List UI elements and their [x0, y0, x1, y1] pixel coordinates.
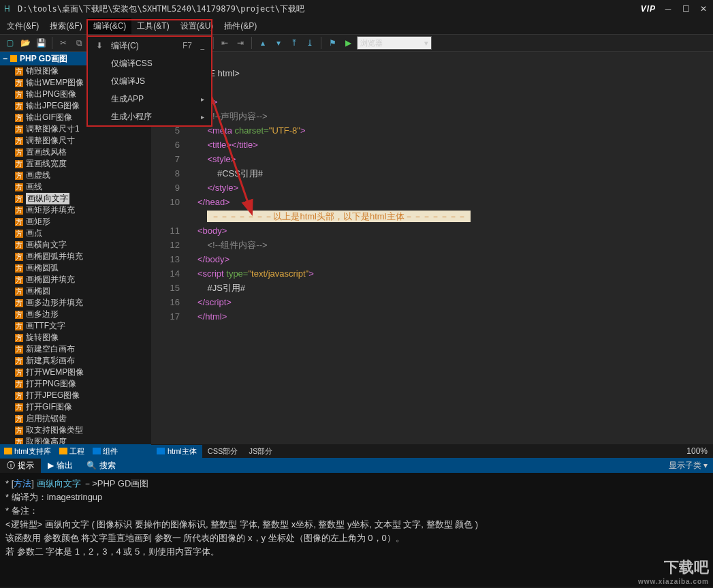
dropdown-gen-app[interactable]: 生成APP ▸ [88, 90, 211, 108]
copy-icon[interactable]: ⧉ [72, 36, 86, 50]
dropdown-compile[interactable]: ⬇ 编译(C) F7 _ [88, 37, 211, 55]
new-icon[interactable]: ▢ [3, 36, 16, 50]
tree-item[interactable]: 方旋转图像 [15, 332, 151, 343]
dropdown-gen-miniprog[interactable]: 生成小程序 ▸ [88, 108, 211, 125]
tree-item[interactable]: 方打开PNG图像 [15, 378, 151, 390]
menu-compile[interactable]: 编译(&C) [88, 18, 132, 34]
method-icon: 方 [15, 322, 23, 330]
tree-item[interactable]: 方画矩形 [15, 216, 151, 228]
browser-select[interactable]: 浏览器 ▾ [357, 36, 432, 50]
dropdown-compile-js[interactable]: 仅编译JS [88, 72, 211, 90]
tree-header-label: PHP GD画图 [20, 53, 67, 65]
etab-js[interactable]: JS部分 [243, 445, 278, 458]
menu-settings[interactable]: 设置(&U) [175, 18, 219, 34]
tree-item-label: 画横向文字 [26, 239, 67, 251]
tab-project[interactable]: 工程 [55, 445, 89, 458]
submenu-arrow-icon: ▸ [201, 113, 204, 121]
method-icon: 方 [15, 276, 23, 284]
method-icon: 方 [15, 172, 23, 180]
titlebar: H D:\tools\桌面\下载吧\安装包\SXHTML5240\1417987… [0, 0, 713, 18]
tree-item[interactable]: 方画TTF文字 [15, 320, 151, 332]
etab-css[interactable]: CSS部分 [202, 445, 244, 458]
show-subclass-button[interactable]: 显示子类▾ [663, 459, 713, 473]
tree-item[interactable]: 方取图像高度 [15, 436, 151, 444]
tree-item[interactable]: 方置画线风格 [15, 146, 151, 158]
menu-file[interactable]: 文件(&F) [1, 18, 44, 34]
otab-output[interactable]: ▶输出 [41, 459, 80, 473]
method-icon: 方 [15, 137, 23, 145]
otab-search[interactable]: 🔍搜索 [80, 459, 123, 473]
save-icon[interactable]: 💾 [34, 36, 48, 50]
tree-item[interactable]: 方画椭圆弧 [15, 262, 151, 274]
compile-dropdown: ⬇ 编译(C) F7 _ 仅编译CSS 仅编译JS 生成APP ▸ 生成小程序 … [86, 35, 212, 127]
down1-icon[interactable]: ▾ [272, 36, 285, 50]
menu-plugins[interactable]: 插件(&P) [219, 18, 262, 34]
method-icon: 方 [15, 149, 23, 157]
indent-icon[interactable]: ⇥ [234, 36, 247, 50]
tree-item[interactable]: 方取支持图像类型 [15, 424, 151, 436]
menu-search[interactable]: 搜索(&F) [44, 18, 87, 34]
up2-icon[interactable]: ⤒ [287, 36, 301, 50]
tree-item[interactable]: 方打开JPEG图像 [15, 390, 151, 401]
tree-item[interactable]: 方新建空白画布 [15, 343, 151, 355]
outdent-icon[interactable]: ⇤ [218, 36, 232, 50]
tree-item[interactable]: 方画椭圆并填充 [15, 274, 151, 285]
compile-menu-icon: ⬇ [96, 41, 107, 50]
tree-item[interactable]: 方画椭圆 [15, 285, 151, 297]
tree-item[interactable]: 方打开WEMP图像 [15, 367, 151, 378]
tree-item-label: 置画线宽度 [26, 158, 67, 170]
method-icon: 方 [15, 392, 23, 400]
tree-item[interactable]: 方画多边形并填充 [15, 297, 151, 309]
minimize-button[interactable]: ─ [663, 3, 674, 14]
tree-item[interactable]: 方画横向文字 [15, 239, 151, 251]
method-icon: 方 [15, 253, 23, 261]
maximize-button[interactable]: ☐ [680, 3, 691, 14]
tree-item-label: 输出PNG图像 [26, 89, 76, 100]
app-icon: H [4, 4, 14, 14]
open-icon[interactable]: 📂 [18, 36, 32, 50]
output-icon: ▶ [48, 461, 54, 470]
method-icon: 方 [15, 114, 23, 122]
method-icon: 方 [15, 403, 23, 412]
tree-item-label: 新建真彩画布 [26, 355, 75, 367]
tree-item[interactable]: 方调整图像尺寸 [15, 135, 151, 146]
tree-item[interactable]: 方启用抗锯齿 [15, 413, 151, 424]
tree-item-label: 画纵向文字 [26, 193, 69, 204]
tree-item[interactable]: 方打开GIF图像 [15, 401, 151, 413]
close-button[interactable]: ✕ [698, 3, 709, 14]
zoom-level: 100% [686, 446, 713, 456]
method-icon: 方 [15, 102, 23, 110]
code-area[interactable]: 567891011121314151617 YPE html>ead> <!--… [151, 52, 713, 444]
tab-component[interactable]: 组件 [89, 445, 122, 458]
tree-item[interactable]: 方置画线宽度 [15, 158, 151, 170]
tree-item-label: 画TTF文字 [26, 320, 65, 332]
run-icon[interactable]: ▶ [341, 36, 355, 50]
tree-item[interactable]: 方画多边形 [15, 309, 151, 320]
method-icon: 方 [15, 369, 23, 377]
menubar: 文件(&F) 搜索(&F) 编译(&C) 工具(&T) 设置(&U) 插件(&P… [0, 18, 713, 34]
watermark: 下载吧 www.xiazaiba.com [638, 557, 709, 585]
tree-item-label: 画矩形并填充 [26, 204, 75, 216]
menu-tools[interactable]: 工具(&T) [131, 18, 174, 34]
down2-icon[interactable]: ⤓ [303, 36, 317, 50]
tree-item[interactable]: 方新建真彩画布 [15, 355, 151, 367]
tab-icon [59, 448, 67, 454]
info-icon: ⓘ [7, 460, 15, 471]
tree-item[interactable]: 方画线 [15, 181, 151, 193]
etab-html[interactable]: html主体 [151, 445, 202, 458]
cut-icon[interactable]: ✂ [57, 36, 70, 50]
minus-icon: − [3, 54, 7, 63]
tree-item[interactable]: 方画点 [15, 228, 151, 239]
tree-item[interactable]: 方画椭圆弧并填充 [15, 251, 151, 262]
tab-htmllib[interactable]: html支持库 [0, 445, 55, 458]
tree-item[interactable]: 方画虚线 [15, 170, 151, 181]
tree-item[interactable]: 方画纵向文字 [15, 193, 151, 204]
up1-icon[interactable]: ▴ [256, 36, 270, 50]
otab-tips[interactable]: ⓘ提示 [0, 459, 41, 473]
flag-icon[interactable]: ⚑ [326, 36, 339, 50]
method-icon: 方 [15, 357, 23, 365]
method-icon: 方 [15, 345, 23, 354]
tree-item[interactable]: 方画矩形并填充 [15, 204, 151, 216]
method-icon: 方 [15, 218, 23, 226]
dropdown-compile-css[interactable]: 仅编译CSS [88, 55, 211, 72]
